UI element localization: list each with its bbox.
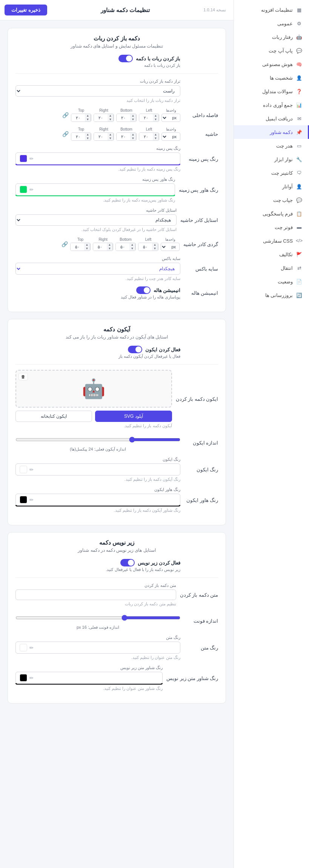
left-input[interactable] <box>139 114 153 122</box>
sidebar-item-floatbtn[interactable]: 📌 دکمه شناور <box>234 125 309 139</box>
icon-color-control: رنگ ایکون rgba(255, 255, 255, 1) ✏ رنگ آ… <box>15 457 180 482</box>
sidebar-item-tasks[interactable]: 🚩 تکالیف <box>234 248 309 261</box>
spin-brt[interactable]: ▲ ▼ <box>84 243 90 251</box>
right-input[interactable] <box>94 114 108 122</box>
margin-left-input[interactable] <box>139 133 153 140</box>
spin-up3[interactable]: ▲ <box>108 114 113 118</box>
icon-hover-color-field[interactable]: rgba(0, 0, 0, 1) ✏ <box>15 494 180 506</box>
subtitle-hover-input[interactable]: rgba(0, 0, 0, 1) <box>36 675 158 680</box>
icon-color-input[interactable]: rgba(255, 255, 255, 1) <box>36 467 176 472</box>
spin-mb[interactable]: ▲ ▼ <box>130 133 136 140</box>
sidebar-item-chatbox[interactable]: 💬 جپاب چت <box>234 193 309 207</box>
color-edit-icon1[interactable]: ✏ <box>29 156 34 162</box>
hover-bg-input[interactable]: rgba(0, 219, 102, 1) <box>36 187 171 192</box>
border-style-select[interactable]: هیچکدام <box>15 214 177 226</box>
sidebar-item-toolbar[interactable]: 🔧 نوار ابزار <box>234 152 309 166</box>
sidebar-item-behavior[interactable]: 🤖 رفتار ربات <box>234 30 309 44</box>
spin-down[interactable]: ▼ <box>153 118 158 122</box>
icon-hover-color-edit[interactable]: ✏ <box>29 497 34 503</box>
margin-right-input[interactable] <box>94 133 108 140</box>
delete-icon-btn[interactable]: 🗑 <box>18 373 28 380</box>
br-bottom-input[interactable] <box>116 243 129 251</box>
sidebar-item-footer[interactable]: ▬ فوتر چت <box>234 220 309 234</box>
spin-mr[interactable]: ▲ ▼ <box>108 133 114 140</box>
br-right-input[interactable] <box>93 243 107 251</box>
icon-color-field[interactable]: rgba(255, 255, 255, 1) ✏ <box>15 463 180 476</box>
spin-down2[interactable]: ▼ <box>130 118 136 122</box>
margin-top-input[interactable] <box>71 133 85 140</box>
animation-toggle[interactable] <box>136 286 151 294</box>
spin-down4[interactable]: ▼ <box>85 118 91 122</box>
link-icon1[interactable]: 🔗 <box>62 112 69 118</box>
sidebar-item-general[interactable]: ⚙ عمومی <box>234 17 309 30</box>
sidebar-label-behavior: رفتار ربات <box>272 34 293 40</box>
spin-left[interactable]: ▲ ▼ <box>153 114 159 122</box>
subtitle-hover-color-field[interactable]: rgba(0, 0, 0, 1) ✏ <box>15 672 163 684</box>
inner-spacing-unit-select[interactable]: px <box>161 114 180 122</box>
link-icon2[interactable]: 🔗 <box>62 131 69 137</box>
subtitle-enable-toggle[interactable] <box>120 559 135 566</box>
sidebar-item-updates[interactable]: 🔄 بروزرسانی ها <box>234 288 309 302</box>
spin-top[interactable]: ▲ ▼ <box>85 114 91 122</box>
br-left-input[interactable] <box>138 243 152 251</box>
spin-brr[interactable]: ▲ ▼ <box>107 243 113 251</box>
library-btn[interactable]: ایکون کتابخانه <box>15 411 92 422</box>
spin-bottom[interactable]: ▲ ▼ <box>130 114 136 122</box>
sidebar-item-status[interactable]: 📄 وضعیت <box>234 275 309 288</box>
link-icon3[interactable]: 🔗 <box>61 241 68 247</box>
margin-top: Top ▲ ▼ <box>71 127 91 141</box>
subtitle-font-slider[interactable] <box>15 615 180 621</box>
color-edit-icon2[interactable]: ✏ <box>29 187 34 192</box>
sidebar-item-header[interactable]: ▭ هدر چت <box>234 139 309 152</box>
upload-svg-btn[interactable]: آپلود SVG <box>95 411 172 422</box>
open-text-input[interactable]: باز کردن کمک کننده <box>15 589 176 600</box>
subtitle-color-edit[interactable]: ✏ <box>29 645 34 651</box>
icon-enable-toggle[interactable] <box>128 346 142 353</box>
subtitle-hover-edit[interactable]: ✏ <box>29 675 34 681</box>
bottom-input[interactable] <box>117 114 130 122</box>
margin-control: واحدها px Left ▲ ▼ <box>15 127 180 141</box>
spin-mt[interactable]: ▲ ▼ <box>85 133 91 140</box>
icon-color-edit[interactable]: ✏ <box>29 467 34 472</box>
spin-up[interactable]: ▲ <box>153 114 158 118</box>
sidebar-item-ai[interactable]: 🧠 هوش مصنوعی <box>234 57 309 71</box>
sidebar-item-extensions[interactable]: ▦ تنظیمات افزونه <box>234 3 309 17</box>
spin-up2[interactable]: ▲ <box>130 114 136 118</box>
align-select[interactable]: راست <box>15 85 180 97</box>
icon-size-label: اندازه ایکون <box>184 440 218 446</box>
sidebar-item-personas[interactable]: 👤 شخصیت ها <box>234 71 309 85</box>
margin-right: Right ▲ ▼ <box>94 127 114 141</box>
spin-right[interactable]: ▲ ▼ <box>108 114 114 122</box>
subtitle-color-input[interactable]: rgba(255, 255, 255, 1) <box>36 645 176 650</box>
spin-brb[interactable]: ▲ ▼ <box>129 243 135 251</box>
spin-ml[interactable]: ▲ ▼ <box>153 133 159 140</box>
save-button[interactable]: ذخیره تغییرات <box>5 5 47 15</box>
sidebar-item-faq[interactable]: ❓ سوالات متداول <box>234 85 309 98</box>
margin-unit-select[interactable]: px <box>161 132 180 141</box>
sidebar-item-avatar[interactable]: 👤 آواتار <box>234 180 309 193</box>
icon-hover-color-input[interactable]: rgba(0, 0, 0, 1) <box>36 497 176 502</box>
open-text-label: متن دکمه باز کردن <box>180 592 218 598</box>
subtitle-color-field[interactable]: rgba(255, 255, 255, 1) ✏ <box>15 642 180 654</box>
top-input[interactable] <box>71 114 85 122</box>
bg-color-input[interactable]: rgba(79, 50, 230, 1) <box>36 156 176 161</box>
border-radius-unit-select[interactable]: px <box>161 243 180 251</box>
shadow-select[interactable]: هیچکدام <box>15 263 180 275</box>
sidebar-item-css[interactable]: </> CSS سفارشی <box>234 234 309 248</box>
hover-bg-field[interactable]: rgba(0, 219, 102, 1) ✏ <box>15 183 175 195</box>
bg-color-field[interactable]: rgba(79, 50, 230, 1) ✏ <box>15 152 180 165</box>
br-top-input[interactable] <box>71 243 84 251</box>
sidebar-item-email[interactable]: ✉ دریافت ایمیل <box>234 112 309 125</box>
right-input-wrap: ▲ ▼ <box>94 114 114 122</box>
margin-bottom-input[interactable] <box>117 133 130 140</box>
sidebar-item-collect[interactable]: 📊 جمع آوری داده <box>234 98 309 112</box>
open-toggle[interactable] <box>118 55 133 62</box>
spin-brl[interactable]: ▲ ▼ <box>152 243 158 251</box>
sidebar-item-popup[interactable]: 💬 پاپ آپ چت <box>234 44 309 57</box>
sidebar-item-transfer[interactable]: ⇄ انتقال <box>234 261 309 275</box>
spin-down3[interactable]: ▼ <box>108 118 113 122</box>
icon-size-slider[interactable] <box>15 437 180 443</box>
spin-up4[interactable]: ▲ <box>85 114 91 118</box>
sidebar-item-launcher[interactable]: 🗨 کانتینر چت <box>234 166 309 180</box>
sidebar-item-form[interactable]: 📋 فرم پاسخگویی <box>234 207 309 220</box>
